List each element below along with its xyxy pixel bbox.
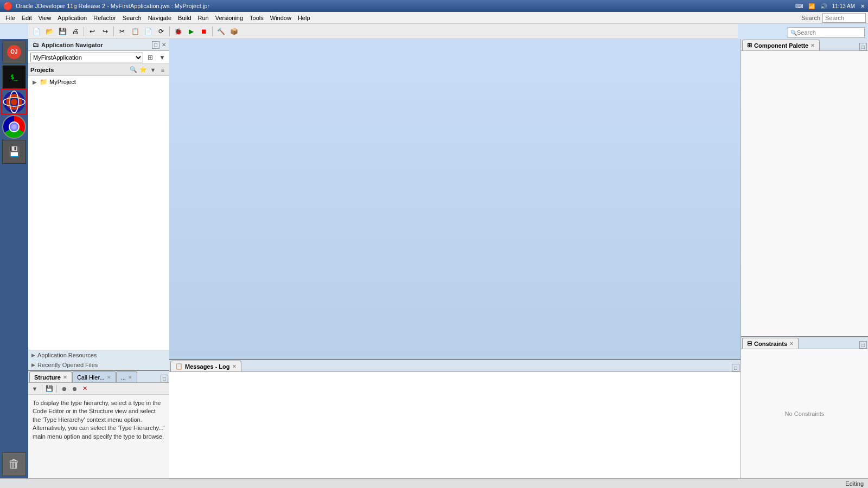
close-icon[interactable]: ✕ bbox=[860, 3, 865, 9]
struct-btn5[interactable]: ✕ bbox=[80, 384, 89, 393]
proj-search-btn[interactable]: 🔍 bbox=[129, 66, 138, 74]
toolbar-open-btn[interactable]: 📂 bbox=[43, 25, 55, 37]
app-resources-expand-icon: ▶ bbox=[31, 352, 35, 358]
titlebar-title: Oracle JDeveloper 11g Release 2 - MyFirs… bbox=[16, 3, 209, 9]
constraints-controls: □ bbox=[859, 341, 867, 349]
menu-search-input[interactable] bbox=[822, 13, 866, 23]
menu-item-search[interactable]: Search bbox=[119, 14, 145, 22]
menu-item-help[interactable]: Help bbox=[295, 14, 314, 22]
toolbar-save-btn[interactable]: 💾 bbox=[56, 25, 68, 37]
tab-call-hierarchy[interactable]: Call Hier... ✕ bbox=[72, 371, 116, 382]
tab-constraints[interactable]: ⊟ Constraints ✕ bbox=[742, 338, 799, 349]
proj-star-btn[interactable]: ⭐ bbox=[139, 66, 148, 74]
menu-item-view[interactable]: View bbox=[35, 14, 55, 22]
search-field-area: 🔍 bbox=[788, 27, 865, 38]
menu-item-navigate[interactable]: Navigate bbox=[145, 14, 175, 22]
taskbar-usb-btn[interactable]: 💾 bbox=[2, 140, 26, 164]
toolbar-redo-btn[interactable]: ↪ bbox=[99, 25, 111, 37]
constraints-minimize-btn[interactable]: □ bbox=[859, 341, 867, 349]
app-nav-dropdown: MyFirstApplication ⊞ ▼ bbox=[28, 51, 169, 64]
struct-btn3[interactable]: ⏺ bbox=[60, 384, 68, 393]
struct-btn4[interactable]: ⏺ bbox=[70, 384, 79, 393]
statusbar: Editing bbox=[0, 478, 868, 488]
tree-item-myproject[interactable]: ▶ 📁 MyProject bbox=[28, 77, 169, 87]
app-nav-close-btn[interactable]: ✕ bbox=[161, 42, 167, 48]
main-layout: OJ $_ 💾 🗑 bbox=[0, 39, 868, 478]
search-glass-icon: 🔍 bbox=[790, 30, 797, 36]
app-nav-minimize-btn[interactable]: □ bbox=[152, 41, 159, 49]
tab-component-palette[interactable]: ⊞ Component Palette ✕ bbox=[742, 40, 820, 50]
proj-filter-btn[interactable]: ▼ bbox=[149, 66, 157, 74]
toolbar-debug-btn[interactable]: 🐞 bbox=[172, 25, 184, 37]
taskbar-chrome-btn[interactable] bbox=[2, 115, 26, 139]
menu-item-edit[interactable]: Edit bbox=[18, 14, 35, 22]
structure-panel: Structure ✕ Call Hier... ✕ ... ✕ □ ▼ bbox=[28, 370, 169, 478]
toolbar-run-btn[interactable]: ▶ bbox=[185, 25, 197, 37]
tab-structure[interactable]: Structure ✕ bbox=[29, 371, 72, 382]
structure-minimize-btn[interactable]: □ bbox=[161, 375, 168, 382]
recently-opened-expand-icon: ▶ bbox=[31, 362, 35, 368]
struct-btn1[interactable]: ▼ bbox=[30, 384, 39, 393]
toolbar-build-btn[interactable]: 🔨 bbox=[215, 25, 227, 37]
tab-messages-close[interactable]: ✕ bbox=[232, 364, 237, 369]
search-input[interactable] bbox=[797, 29, 862, 36]
menu-item-window[interactable]: Window bbox=[267, 14, 295, 22]
struct-btn2[interactable]: 💾 bbox=[45, 384, 54, 393]
structure-hint-text: To display the type hierarchy, select a … bbox=[33, 400, 164, 440]
app-nav-tab[interactable]: 🗂 Application Navigator bbox=[30, 40, 105, 50]
menu-item-file[interactable]: File bbox=[2, 14, 18, 22]
tab-structure-close[interactable]: ✕ bbox=[63, 375, 67, 380]
menu-search-area: Search bbox=[801, 13, 866, 23]
recently-opened-header[interactable]: ▶ Recently Opened Files bbox=[28, 360, 169, 370]
menu-item-refactor[interactable]: Refactor bbox=[90, 14, 119, 22]
tab-callhier-close[interactable]: ✕ bbox=[107, 375, 111, 380]
menu-item-build[interactable]: Build bbox=[175, 14, 194, 22]
tab-messages-log[interactable]: 📋 Messages - Log ✕ bbox=[170, 361, 241, 371]
messages-minimize-btn[interactable]: □ bbox=[732, 364, 739, 371]
comp-palette-minimize-btn[interactable]: □ bbox=[859, 43, 867, 50]
tab-messages-label: Messages - Log bbox=[185, 363, 230, 370]
toolbar-deploy-btn[interactable]: 📦 bbox=[228, 25, 240, 37]
app-nav-icon-btn2[interactable]: ▼ bbox=[157, 53, 167, 62]
proj-menu-btn[interactable]: ≡ bbox=[158, 66, 167, 74]
structure-content: To display the type hierarchy, select a … bbox=[28, 395, 169, 478]
oracle-logo-icon: 🔴 bbox=[3, 2, 12, 10]
taskbar-trash-btn[interactable]: 🗑 bbox=[2, 452, 26, 476]
tab-extra-close[interactable]: ✕ bbox=[128, 375, 132, 380]
tree-expand-icon: ▶ bbox=[33, 79, 38, 85]
clock: 11:13 AM bbox=[832, 3, 855, 9]
toolbar-print-btn[interactable]: 🖨 bbox=[69, 25, 81, 37]
toolbar-undo-btn[interactable]: ↩ bbox=[86, 25, 98, 37]
app-nav-icon-btn1[interactable]: ⊞ bbox=[145, 53, 155, 62]
tab-constraints-icon: ⊟ bbox=[747, 340, 752, 347]
toolbar-stop-btn[interactable]: ⏹ bbox=[198, 25, 210, 37]
toolbar-refresh-btn[interactable]: ⟳ bbox=[155, 25, 167, 37]
taskbar-oracle-browser-btn[interactable] bbox=[2, 90, 26, 114]
oracle-red-border bbox=[1, 89, 27, 115]
toolbar-cut-btn[interactable]: ✂ bbox=[116, 25, 128, 37]
toolbar-copy-btn[interactable]: 📋 bbox=[129, 25, 141, 37]
taskbar-terminal-btn[interactable]: $_ bbox=[2, 65, 26, 89]
menu-item-application[interactable]: Application bbox=[54, 14, 90, 22]
tab-extra-label: ... bbox=[121, 374, 126, 381]
menu-item-versioning[interactable]: Versioning bbox=[212, 14, 246, 22]
structure-panel-controls: □ bbox=[161, 375, 168, 382]
tab-extra[interactable]: ... ✕ bbox=[116, 371, 137, 382]
tab-constraints-close[interactable]: ✕ bbox=[789, 341, 794, 346]
toolbar-paste-btn[interactable]: 📄 bbox=[142, 25, 154, 37]
projects-toolbar: Projects 🔍 ⭐ ▼ ≡ bbox=[28, 64, 169, 76]
taskbar-oracle-btn[interactable]: OJ bbox=[2, 40, 26, 64]
projects-label: Projects bbox=[30, 67, 128, 73]
tab-comp-palette-close[interactable]: ✕ bbox=[810, 43, 815, 48]
menu-item-run[interactable]: Run bbox=[195, 14, 212, 22]
keyboard-icon: ⌨ bbox=[795, 3, 803, 9]
tab-constraints-label: Constraints bbox=[754, 341, 787, 347]
tree-item-label: MyProject bbox=[49, 79, 76, 85]
editor-canvas[interactable] bbox=[169, 39, 741, 359]
toolbar-sep2 bbox=[113, 27, 114, 36]
toolbar-new-btn[interactable]: 📄 bbox=[30, 25, 42, 37]
menu-item-tools[interactable]: Tools bbox=[246, 14, 267, 22]
app-resources-header[interactable]: ▶ Application Resources bbox=[28, 350, 169, 360]
app-nav-select[interactable]: MyFirstApplication bbox=[30, 53, 143, 62]
messages-tab-bar: 📋 Messages - Log ✕ □ bbox=[169, 360, 741, 372]
